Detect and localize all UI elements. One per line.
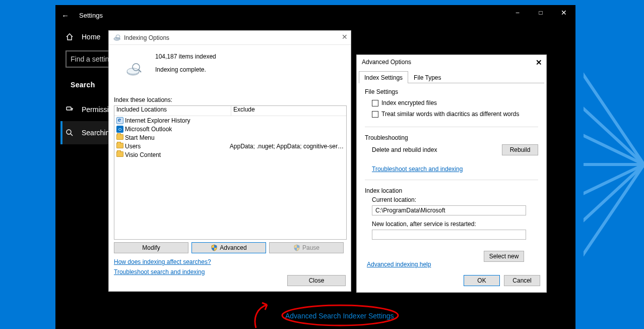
- dialog-titlebar: Advanced Options ✕: [357, 55, 546, 69]
- permissions-icon: [66, 105, 74, 114]
- svg-rect-0: [584, 0, 644, 329]
- locations-label: Index these locations:: [114, 96, 172, 103]
- minimize-button[interactable]: –: [506, 5, 529, 20]
- svg-line-3: [584, 121, 644, 164]
- index-location-label: Index location: [365, 187, 538, 194]
- location-name: Microsoft Outlook: [125, 126, 239, 133]
- troubleshooting-label: Troubleshooting: [365, 134, 538, 141]
- troubleshoot-link[interactable]: Troubleshoot search and indexing: [114, 268, 205, 276]
- close-button[interactable]: Close: [287, 275, 346, 286]
- svg-line-2: [584, 81, 644, 164]
- ok-button[interactable]: OK: [464, 275, 500, 286]
- table-row[interactable]: Visio Content: [114, 150, 346, 159]
- advanced-help-link[interactable]: Advanced indexing help: [367, 261, 431, 268]
- new-location-label: New location, after service is restarted…: [372, 221, 538, 228]
- location-name: Users: [125, 143, 230, 150]
- home-icon: [66, 33, 74, 41]
- svg-line-7: [584, 164, 644, 299]
- titlebar: ← Settings – □ ✕: [55, 5, 575, 25]
- modify-button[interactable]: Modify: [114, 242, 188, 253]
- dialog-title: Indexing Options: [124, 34, 169, 41]
- file-settings-label: File Settings: [365, 88, 538, 95]
- svg-line-6: [584, 164, 644, 248]
- svg-rect-10: [67, 107, 71, 110]
- advanced-options-dialog: Advanced Options ✕ Index Settings File T…: [356, 54, 547, 293]
- shield-icon: [293, 244, 300, 251]
- indexing-affect-link[interactable]: How does indexing affect searches?: [114, 258, 211, 265]
- tab-strip: Index Settings File Types: [359, 71, 544, 83]
- dialog-titlebar: Indexing Options ✕: [109, 31, 351, 45]
- table-row[interactable]: Start Menu: [114, 133, 346, 142]
- close-icon[interactable]: ✕: [342, 33, 348, 41]
- folder-icon: [116, 151, 124, 158]
- window-title: Settings: [79, 12, 103, 19]
- svg-line-1: [584, 30, 644, 164]
- diacritics-label: Treat similar words with diacritics as d…: [381, 111, 519, 118]
- delete-rebuild-label: Delete and rebuild index: [372, 146, 437, 153]
- svg-line-5: [584, 164, 644, 208]
- location-name: Internet Explorer History: [125, 117, 239, 124]
- diacritics-checkbox[interactable]: Treat similar words with diacritics as d…: [372, 108, 538, 120]
- svg-point-11: [67, 130, 71, 134]
- pause-button: Pause: [269, 242, 344, 253]
- indexing-options-dialog: Indexing Options ✕ 104,187 items indexed…: [108, 30, 351, 292]
- table-row[interactable]: OMicrosoft Outlook: [114, 125, 346, 133]
- search-placeholder: Find a setting: [71, 55, 113, 63]
- drive-search-icon: [126, 61, 142, 77]
- location-name: Visio Content: [125, 151, 239, 158]
- home-label: Home: [82, 33, 100, 41]
- maximize-button[interactable]: □: [529, 5, 552, 20]
- indexed-count: 104,187 items indexed: [155, 53, 216, 60]
- shield-icon: [211, 244, 218, 251]
- close-window-button[interactable]: ✕: [552, 5, 575, 20]
- tab-file-types[interactable]: File Types: [408, 71, 446, 83]
- current-location-label: Current location:: [372, 196, 538, 203]
- indexing-dialog-icon: [113, 34, 121, 42]
- outlook-icon: O: [116, 126, 124, 132]
- col-exclude: Exclude: [231, 106, 255, 116]
- encrypted-checkbox[interactable]: Index encrypted files: [372, 97, 538, 108]
- checkbox-icon: [372, 111, 378, 118]
- new-location-field[interactable]: [372, 230, 526, 240]
- desktop-background: [584, 0, 644, 329]
- folder-icon: [116, 143, 124, 149]
- table-row[interactable]: UsersAppData; .nuget; AppData; cognitive…: [114, 142, 346, 150]
- exclude-value: AppData; .nuget; AppData; cognitive-serv…: [230, 143, 346, 150]
- cancel-button[interactable]: Cancel: [504, 275, 540, 286]
- tab-index-settings[interactable]: Index Settings: [359, 71, 408, 83]
- checkbox-icon: [372, 100, 378, 106]
- col-included: Included Locations: [114, 106, 231, 116]
- location-name: Start Menu: [125, 134, 239, 141]
- rebuild-button[interactable]: Rebuild: [502, 144, 538, 155]
- dialog-title: Advanced Options: [362, 59, 411, 66]
- locations-list[interactable]: Included Locations Exclude Internet Expl…: [114, 105, 347, 240]
- list-header: Included Locations Exclude: [114, 106, 346, 116]
- encrypted-label: Index encrypted files: [381, 99, 437, 106]
- back-button[interactable]: ←: [61, 11, 69, 20]
- search-windows-icon: [66, 129, 74, 137]
- folder-icon: [116, 134, 124, 141]
- table-row[interactable]: Internet Explorer History: [114, 116, 346, 125]
- close-icon[interactable]: ✕: [536, 58, 542, 67]
- troubleshoot-link[interactable]: Troubleshoot search and indexing: [372, 166, 463, 173]
- select-new-button[interactable]: Select new: [484, 251, 524, 262]
- indexing-status: Indexing complete.: [155, 66, 206, 73]
- advanced-button[interactable]: Advanced: [191, 242, 266, 253]
- current-location-field[interactable]: C:\ProgramData\Microsoft: [372, 205, 526, 215]
- advanced-indexer-link[interactable]: Advanced Search Indexer Settings: [285, 312, 394, 320]
- svg-line-12: [71, 134, 73, 136]
- ie-icon: [116, 117, 124, 124]
